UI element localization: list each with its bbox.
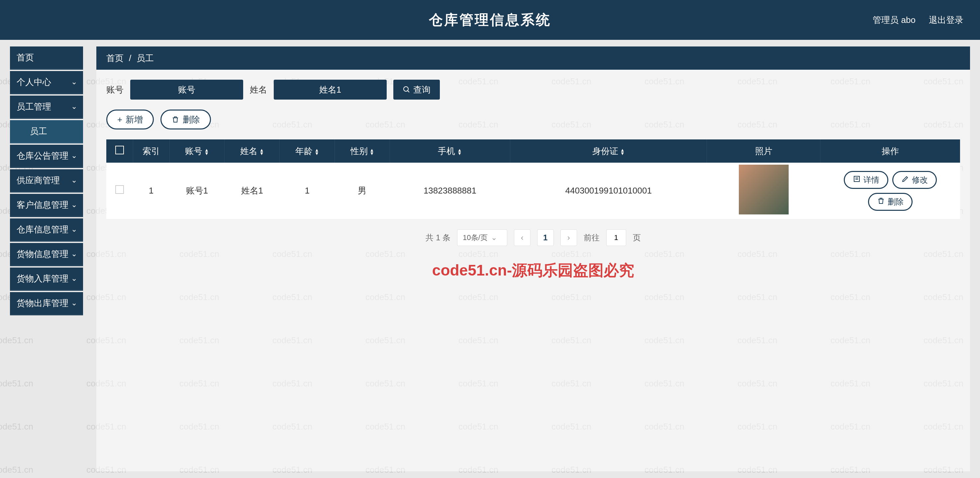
admin-label[interactable]: 管理员 abo <box>873 14 916 26</box>
cell-name: 姓名1 <box>224 163 280 219</box>
row-checkbox[interactable] <box>115 185 124 194</box>
table-header-8: 照片 <box>707 140 821 163</box>
goto-input[interactable] <box>606 229 626 246</box>
trash-icon <box>877 197 885 207</box>
cell-account: 账号1 <box>169 163 224 219</box>
chevron-down-icon: ⌄ <box>71 225 77 234</box>
row-actions: 详情修改删除 <box>821 168 960 214</box>
chevron-down-icon: ⌄ <box>71 102 77 111</box>
table-header-label: 照片 <box>755 146 772 156</box>
page-next[interactable]: › <box>560 229 577 246</box>
table-header-2[interactable]: 账号▲▼ <box>169 140 224 163</box>
table-header-label: 操作 <box>882 146 899 156</box>
edit-button-label: 修改 <box>912 175 928 185</box>
employee-table: 索引账号▲▼姓名▲▼年龄▲▼性别▲▼手机▲▼身份证▲▼照片操作 1账号1姓名11… <box>106 140 960 219</box>
table-header-label: 性别 <box>350 146 368 156</box>
sort-icon: ▲▼ <box>370 148 374 155</box>
page-prev[interactable]: ‹ <box>514 229 531 246</box>
edit-button[interactable]: 修改 <box>892 171 937 189</box>
row-delete-button-label: 删除 <box>888 197 904 207</box>
sidebar-item-10[interactable]: 货物出库管理⌄ <box>10 292 83 315</box>
detail-button[interactable]: 详情 <box>844 171 888 189</box>
sidebar-item-label: 个人中心 <box>17 76 51 88</box>
action-row: + 新增 删除 <box>106 110 960 129</box>
sidebar: 首页个人中心⌄员工管理⌄员工仓库公告管理⌄供应商管理⌄客户信息管理⌄仓库信息管理… <box>0 40 93 478</box>
edit-icon <box>901 175 909 185</box>
sidebar-item-2[interactable]: 员工管理⌄ <box>10 95 83 119</box>
search-account-input[interactable] <box>130 80 243 100</box>
sidebar-item-5[interactable]: 供应商管理⌄ <box>10 169 83 192</box>
sidebar-item-label: 货物入库管理 <box>17 273 68 284</box>
chevron-down-icon: ⌄ <box>71 274 77 283</box>
search-row: 账号 姓名 查询 <box>106 80 960 100</box>
search-name-input[interactable] <box>274 80 387 100</box>
table-header-3[interactable]: 姓名▲▼ <box>224 140 280 163</box>
plus-icon: + <box>117 114 122 125</box>
chevron-down-icon: ⌄ <box>491 233 497 242</box>
page-size-select[interactable]: 10条/页 ⌄ <box>457 229 507 246</box>
sidebar-item-1[interactable]: 个人中心⌄ <box>10 71 83 94</box>
search-name-label: 姓名 <box>250 84 267 95</box>
chevron-down-icon: ⌄ <box>71 249 77 258</box>
table-header-4[interactable]: 年龄▲▼ <box>280 140 335 163</box>
table-header-label: 身份证 <box>592 146 618 156</box>
svg-point-0 <box>404 87 408 91</box>
table-header-6[interactable]: 手机▲▼ <box>390 140 510 163</box>
sidebar-item-8[interactable]: 货物信息管理⌄ <box>10 243 83 266</box>
table-row: 1账号1姓名11男13823888881440300199101010001详情… <box>106 163 960 219</box>
sort-icon: ▲▼ <box>457 148 462 155</box>
sidebar-item-4[interactable]: 仓库公告管理⌄ <box>10 145 83 168</box>
table-header-5[interactable]: 性别▲▼ <box>335 140 390 163</box>
sidebar-item-3[interactable]: 员工 <box>10 120 83 143</box>
table-header-7[interactable]: 身份证▲▼ <box>510 140 707 163</box>
table-header-9: 操作 <box>821 140 960 163</box>
chevron-down-icon: ⌄ <box>71 299 77 307</box>
sidebar-item-9[interactable]: 货物入库管理⌄ <box>10 268 83 291</box>
sidebar-item-0[interactable]: 首页 <box>10 46 83 70</box>
delete-button-label: 删除 <box>183 114 200 125</box>
logout-link[interactable]: 退出登录 <box>929 14 963 26</box>
pagination-total: 共 1 条 <box>426 232 450 243</box>
sidebar-item-label: 员工 <box>30 125 47 137</box>
delete-button[interactable]: 删除 <box>161 110 211 129</box>
table-header-label: 账号 <box>185 146 202 156</box>
cell-gender: 男 <box>335 163 390 219</box>
svg-line-1 <box>407 91 409 92</box>
search-button[interactable]: 查询 <box>393 80 440 100</box>
center-watermark: code51.cn-源码乐园盗图必究 <box>432 260 634 281</box>
goto-suffix: 页 <box>633 232 641 243</box>
cell-age: 1 <box>280 163 335 219</box>
table-header-0 <box>106 140 133 163</box>
page-current[interactable]: 1 <box>537 229 554 246</box>
select-all-checkbox[interactable] <box>115 146 124 154</box>
chevron-down-icon: ⌄ <box>71 200 77 209</box>
search-account-label: 账号 <box>106 84 124 95</box>
goto-label: 前往 <box>584 232 600 243</box>
row-delete-button[interactable]: 删除 <box>868 193 913 211</box>
breadcrumb-home[interactable]: 首页 <box>106 52 124 64</box>
chevron-down-icon: ⌄ <box>71 78 77 86</box>
sidebar-item-6[interactable]: 客户信息管理⌄ <box>10 194 83 217</box>
sidebar-item-label: 客户信息管理 <box>17 199 68 211</box>
breadcrumb-sep: / <box>129 53 131 64</box>
main: 首页 / 员工 账号 姓名 查询 + 新增 <box>93 40 980 478</box>
app-title: 仓库管理信息系统 <box>429 11 551 29</box>
table-header-label: 年龄 <box>295 146 313 156</box>
header: 仓库管理信息系统 管理员 abo 退出登录 <box>0 0 980 40</box>
search-icon <box>402 86 410 94</box>
content-panel: 账号 姓名 查询 + 新增 删除 <box>96 70 970 472</box>
add-button[interactable]: + 新增 <box>106 110 154 129</box>
sidebar-item-label: 仓库信息管理 <box>17 224 68 235</box>
page-size-label: 10条/页 <box>463 233 488 243</box>
sidebar-item-label: 首页 <box>17 52 34 64</box>
chevron-down-icon: ⌄ <box>71 151 77 160</box>
header-right: 管理员 abo 退出登录 <box>873 14 963 26</box>
breadcrumb: 首页 / 员工 <box>96 46 970 70</box>
sort-icon: ▲▼ <box>315 148 319 155</box>
breadcrumb-current: 员工 <box>137 52 154 64</box>
trash-icon <box>172 116 180 124</box>
search-button-label: 查询 <box>413 84 431 95</box>
sort-icon: ▲▼ <box>204 148 209 155</box>
sidebar-item-7[interactable]: 仓库信息管理⌄ <box>10 218 83 241</box>
cell-idcard: 440300199101010001 <box>510 163 707 219</box>
